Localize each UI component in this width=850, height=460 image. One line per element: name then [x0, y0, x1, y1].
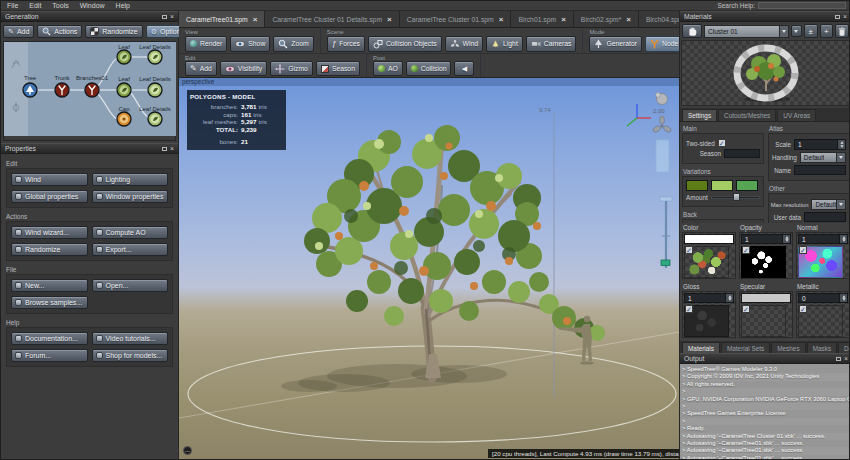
node-graph[interactable]: Tree Trunk Branches01 Leaf Leaf Details … [3, 41, 176, 141]
3d-viewport[interactable]: perspective 9.74 [179, 78, 679, 459]
material-collapse-button[interactable] [791, 25, 802, 37]
window-properties-button[interactable]: Window properties [92, 190, 169, 203]
pan-hand-button[interactable] [682, 24, 702, 38]
metallic-value-spinner[interactable]: 0 [798, 293, 848, 303]
wind-button[interactable]: Wind [11, 173, 88, 186]
output-console[interactable]: > SpeedTree® Games Modeler 9.3.0 > Copyr… [680, 364, 850, 459]
zoom-button[interactable]: Zoom [273, 36, 313, 52]
color-map-swatch[interactable] [684, 234, 734, 244]
close-tab-icon[interactable]: × [387, 15, 392, 24]
browse-samples-button[interactable]: Browse samples... [11, 296, 88, 309]
close-panel-icon[interactable]: × [170, 13, 174, 20]
metallic-map-checkbox[interactable]: ✓ [799, 305, 807, 313]
menu-edit[interactable]: Edit [28, 2, 42, 9]
forces-button[interactable]: ƒForces [327, 36, 365, 52]
menu-tools[interactable]: Tools [51, 2, 69, 9]
menu-help[interactable]: Help [115, 2, 131, 9]
season-color-swatch[interactable] [724, 149, 760, 158]
new-button[interactable]: New... [11, 279, 88, 292]
season-button[interactable]: Season [316, 61, 360, 76]
tab-cutouts-meshes[interactable]: Cutouts/Meshes [718, 109, 776, 121]
tab-birch01[interactable]: Birch01.spm× [511, 11, 573, 27]
video-tutorials-button[interactable]: Video tutorials... [92, 332, 169, 345]
tab-settings[interactable]: Settings [682, 109, 717, 121]
wind-fan-widget[interactable] [652, 116, 672, 133]
global-properties-button[interactable]: Global properties [11, 190, 88, 203]
generation-add-button[interactable]: ✎ Add [3, 25, 34, 38]
menu-window[interactable]: Window [79, 2, 106, 9]
node-leaf-mid[interactable] [117, 83, 131, 97]
collision-objects-button[interactable]: Collision Objects [368, 36, 442, 52]
float-panel-icon[interactable] [836, 357, 841, 361]
close-tab-icon[interactable]: × [253, 15, 258, 24]
two-sided-checkbox[interactable]: ✓ [718, 139, 726, 147]
shop-button[interactable]: Shop for models... [92, 349, 169, 362]
tab-birch02[interactable]: Birch02.spm*× [574, 11, 639, 27]
generation-randomize-button[interactable]: Randomize [85, 25, 142, 38]
gizmo-button[interactable]: Gizmo [270, 61, 313, 76]
node-cap[interactable] [117, 112, 131, 126]
variation-swatch-3[interactable] [736, 180, 758, 191]
normal-value-spinner[interactable]: 1 [798, 234, 848, 244]
viewport-expander-button[interactable]: ... [183, 446, 192, 455]
add-button[interactable]: ✎Add [185, 61, 217, 76]
amount-slider-handle[interactable] [733, 193, 740, 201]
normal-map-checkbox[interactable]: ✓ [799, 246, 807, 254]
collision-button[interactable]: Collision [406, 61, 452, 76]
dropdown-arrow-icon[interactable] [779, 26, 788, 37]
export-button[interactable]: Export... [92, 243, 169, 256]
post-back-arrow-button[interactable]: ◀ [454, 61, 474, 76]
color-map-checkbox[interactable]: ✓ [685, 246, 693, 254]
opacity-value-spinner[interactable]: 1 [741, 234, 791, 244]
search-help-input[interactable] [758, 2, 846, 9]
gloss-value-spinner[interactable]: 1 [684, 293, 734, 303]
forum-button[interactable]: Forum... [11, 349, 88, 362]
float-panel-icon[interactable] [162, 147, 167, 151]
compute-ao-button[interactable]: Compute AO [92, 226, 169, 239]
variation-swatch-1[interactable] [686, 180, 708, 191]
close-panel-icon[interactable]: × [844, 355, 848, 362]
handling-select[interactable]: Default [800, 152, 846, 163]
render-button[interactable]: Render [185, 36, 227, 52]
randomize-button[interactable]: Randomize [11, 243, 88, 256]
amount-slider[interactable] [711, 193, 760, 201]
material-preview[interactable] [681, 40, 850, 106]
tab-carameltree-cluster[interactable]: CaramelTree Cluster 01.spm× [400, 11, 512, 27]
delete-material-button[interactable] [835, 24, 849, 38]
tab-carameltree01[interactable]: CaramelTree01.spm× [179, 11, 265, 27]
float-panel-icon[interactable] [162, 15, 167, 19]
variation-swatch-2[interactable] [711, 180, 733, 191]
ao-button[interactable]: AO [373, 61, 403, 76]
material-adjust-button[interactable]: ± [804, 24, 818, 38]
opacity-map-checkbox[interactable]: ✓ [742, 246, 750, 254]
documentation-button[interactable]: Documentation... [11, 332, 88, 345]
close-panel-icon[interactable]: × [170, 145, 174, 152]
collision-plane-widget[interactable] [656, 140, 669, 172]
close-tab-icon[interactable]: × [499, 15, 504, 24]
add-material-button[interactable]: + [820, 24, 834, 38]
show-button[interactable]: Show [230, 36, 270, 52]
scale-spinner[interactable]: 1 [794, 139, 846, 150]
node-tree[interactable] [23, 83, 37, 97]
force-sphere-widget[interactable] [656, 93, 668, 105]
tab-carameltree-cluster-details[interactable]: CaramelTree Cluster 01 Details.spm× [265, 11, 399, 27]
close-tab-icon[interactable]: × [626, 15, 631, 24]
season-slider-handle[interactable] [661, 260, 670, 266]
tab-uv-areas[interactable]: UV Areas [777, 109, 816, 121]
node-trunk[interactable] [55, 83, 69, 97]
cameras-button[interactable]: Cameras [526, 36, 577, 52]
material-select[interactable]: Cluster 01 [704, 25, 789, 38]
season-slider-widget[interactable] [660, 197, 672, 268]
menu-file[interactable]: File [6, 2, 19, 9]
max-resolution-select[interactable]: Default [811, 199, 846, 210]
specular-map-swatch[interactable] [741, 293, 791, 303]
specular-map-checkbox[interactable]: ✓ [742, 305, 750, 313]
lighting-button[interactable]: Lighting [92, 173, 169, 186]
float-panel-icon[interactable] [835, 15, 840, 19]
node-leaf-details-bottom[interactable] [148, 112, 162, 126]
wind-button[interactable]: Wind [445, 36, 484, 52]
light-button[interactable]: Light [486, 36, 523, 52]
node-mode-button[interactable]: Node [645, 36, 683, 52]
user-data-input[interactable] [804, 212, 846, 222]
close-panel-icon[interactable]: × [843, 13, 847, 20]
